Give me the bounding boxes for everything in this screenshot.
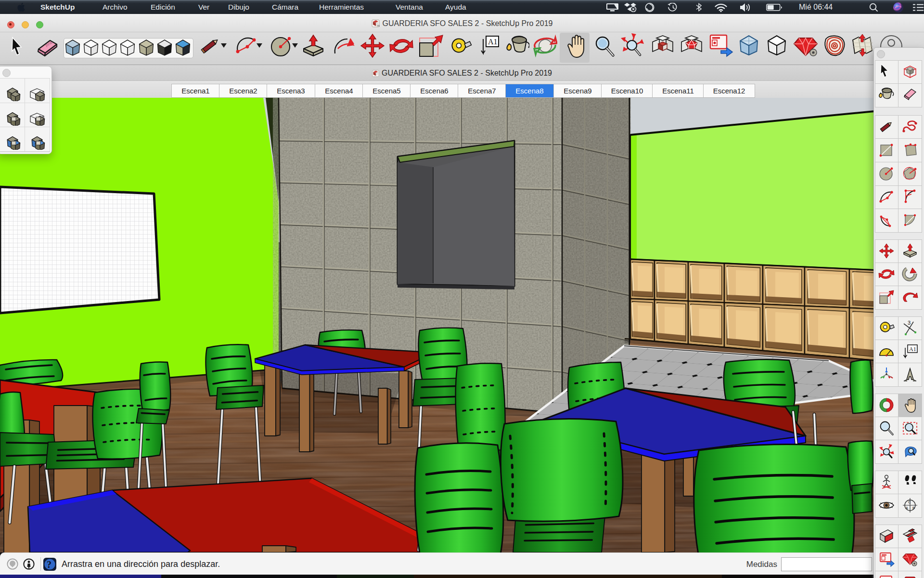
svg-text:skp: skp	[377, 24, 380, 27]
svg-text:B: B	[912, 506, 915, 510]
svg-text:3: 3	[908, 320, 911, 326]
svg-text:C: C	[908, 500, 911, 504]
svg-text:?: ?	[47, 559, 51, 570]
svg-text:A1: A1	[909, 346, 916, 353]
svg-text:A1: A1	[488, 38, 498, 46]
svg-text:A: A	[906, 506, 908, 510]
